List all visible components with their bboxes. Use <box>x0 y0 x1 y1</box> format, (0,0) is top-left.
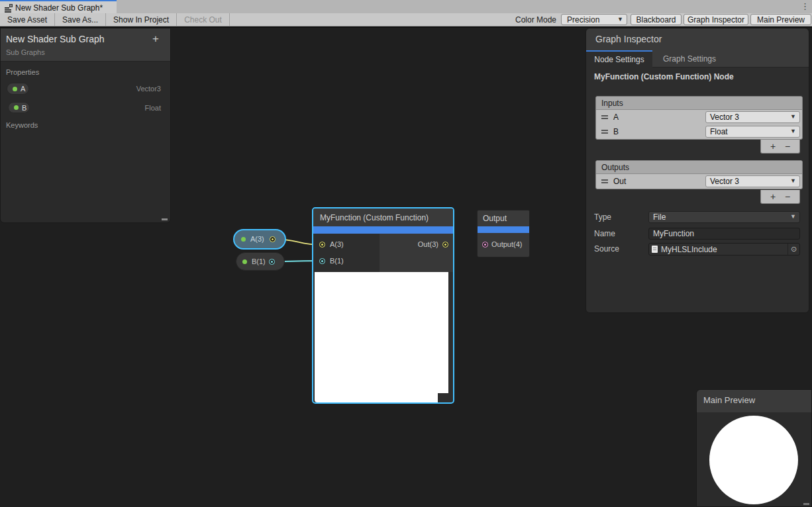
port-vector3-icon[interactable] <box>270 236 276 242</box>
source-label: Source <box>594 244 619 254</box>
add-output-button[interactable]: + <box>770 192 776 201</box>
inputs-row-a[interactable]: A Vector 3 ▼ <box>596 110 802 124</box>
save-asset-button[interactable]: Save Asset <box>0 13 55 26</box>
property-node-b[interactable]: B(1) <box>236 252 285 271</box>
inputs-row-b[interactable]: B Float ▼ <box>596 124 802 139</box>
resize-handle[interactable] <box>803 503 809 505</box>
blackboard-subtitle: Sub Graphs <box>6 48 45 56</box>
main-preview-toggle-button[interactable]: Main Preview <box>750 14 811 25</box>
input-b-type-dropdown[interactable]: Float ▼ <box>705 126 800 138</box>
keywords-section-label: Keywords <box>6 121 38 129</box>
output-port-label: Output(4) <box>491 240 522 248</box>
name-field[interactable]: MyFunction <box>648 228 800 240</box>
check-out-button: Check Out <box>177 13 230 26</box>
property-type: Vector3 <box>136 85 161 93</box>
color-mode-dropdown[interactable]: Precision ▼ <box>561 14 627 25</box>
blackboard-panel: New Shader Sub Graph Sub Graphs + Proper… <box>0 28 171 223</box>
blackboard-toggle-button[interactable]: Blackboard <box>631 14 682 25</box>
drag-handle-icon[interactable] <box>601 130 608 134</box>
property-name: B <box>22 104 26 112</box>
graph-inspector-header[interactable]: Graph Inspector <box>586 28 809 50</box>
node-accent-bar <box>478 226 529 233</box>
tab-node-settings[interactable]: Node Settings <box>586 50 652 68</box>
property-node-label: B(1) <box>252 257 266 265</box>
object-picker-icon[interactable]: ⊙ <box>787 244 799 255</box>
node-port-area: A(3) B(1) Out(3) <box>313 234 453 272</box>
node-settings-heading: MyFunction (Custom Function) Node <box>594 72 734 81</box>
inputs-list-footer: + − <box>760 140 800 154</box>
outputs-list: Outputs Out Vector 3 ▼ <box>595 160 803 189</box>
shader-graph-icon <box>5 4 13 12</box>
remove-output-button[interactable]: − <box>785 192 790 201</box>
graph-inspector-title: Graph Inspector <box>595 34 662 44</box>
blackboard-property-a[interactable]: A <box>7 83 29 95</box>
main-preview-header[interactable]: Main Preview <box>697 390 811 412</box>
property-type: Float <box>145 104 161 112</box>
property-node-a[interactable]: A(3) <box>233 229 286 250</box>
property-node-label: A(3) <box>250 235 264 243</box>
node-title: Output <box>478 210 529 226</box>
input-port-a-icon[interactable] <box>319 242 325 248</box>
graph-inspector-toggle-button[interactable]: Graph Inspector <box>684 14 748 25</box>
drag-handle-icon[interactable] <box>601 115 608 119</box>
exposed-dot-icon <box>241 237 246 242</box>
source-object-field[interactable]: MyHLSLInclude ⊙ <box>648 243 800 255</box>
type-label: Type <box>594 212 611 222</box>
input-a-type-dropdown[interactable]: Vector 3 ▼ <box>705 111 800 123</box>
preview-resize-notch <box>438 393 448 402</box>
resize-handle[interactable] <box>162 218 168 220</box>
toolbar: Save Asset Save As... Show In Project Ch… <box>0 13 812 26</box>
graph-inspector-panel: Graph Inspector Node Settings Graph Sett… <box>585 28 809 313</box>
node-input-column: A(3) B(1) <box>313 234 380 272</box>
save-as-button[interactable]: Save As... <box>55 13 106 26</box>
inputs-list: Inputs A Vector 3 ▼ B Float ▼ <box>595 96 803 140</box>
node-output-column: Out(3) <box>380 234 453 272</box>
chevron-down-icon: ▼ <box>790 128 796 134</box>
remove-input-button[interactable]: − <box>785 142 790 151</box>
tab-graph-settings[interactable]: Graph Settings <box>652 50 727 68</box>
chevron-down-icon: ▼ <box>617 16 623 23</box>
input-port-a-label: A(3) <box>330 240 344 248</box>
blackboard-title: New Shader Sub Graph <box>6 34 105 44</box>
exposed-dot-icon <box>14 105 19 110</box>
outputs-list-header: Outputs <box>596 161 802 174</box>
blackboard-header[interactable]: New Shader Sub Graph Sub Graphs + <box>1 28 170 62</box>
output-name: Out <box>613 177 626 186</box>
shader-preview-sphere[interactable] <box>709 416 798 504</box>
properties-section-label: Properties <box>6 68 39 76</box>
name-label: Name <box>594 229 615 238</box>
show-in-project-button[interactable]: Show In Project <box>106 13 177 26</box>
kebab-menu-icon[interactable]: ⋮ <box>801 1 809 11</box>
input-port-b-icon[interactable] <box>319 258 325 264</box>
inputs-list-header: Inputs <box>596 97 802 110</box>
input-name: A <box>613 113 619 122</box>
output-port-icon[interactable] <box>482 242 488 248</box>
blackboard-property-b[interactable]: B <box>8 102 30 113</box>
output-port-out-icon[interactable] <box>442 242 448 248</box>
input-b-type-value: Float <box>710 127 728 136</box>
drag-handle-icon[interactable] <box>601 179 608 183</box>
add-input-button[interactable]: + <box>770 142 776 151</box>
exposed-dot-icon <box>13 87 17 91</box>
main-preview-title: Main Preview <box>703 395 755 405</box>
output-node[interactable]: Output Output(4) <box>477 210 530 257</box>
output-type-dropdown[interactable]: Vector 3 ▼ <box>705 175 800 187</box>
chevron-down-icon: ▼ <box>790 213 796 220</box>
type-value: File <box>653 212 666 222</box>
toolbar-left-group: Save Asset Save As... Show In Project Ch… <box>0 13 230 26</box>
output-port-out-label: Out(3) <box>418 240 438 248</box>
chevron-down-icon: ▼ <box>790 177 796 184</box>
outputs-list-footer: + − <box>760 190 800 204</box>
document-tab[interactable]: New Shader Sub Graph* <box>0 0 117 13</box>
input-a-type-value: Vector 3 <box>710 113 739 122</box>
node-preview[interactable] <box>315 272 448 402</box>
add-property-button[interactable]: + <box>149 32 162 46</box>
input-port-b-label: B(1) <box>330 257 344 265</box>
exposed-dot-icon <box>242 259 247 264</box>
outputs-row-out[interactable]: Out Vector 3 ▼ <box>596 174 802 189</box>
custom-function-node[interactable]: MyFunction (Custom Function) A(3) B(1) O… <box>312 207 454 404</box>
input-name: B <box>613 127 619 136</box>
port-float-icon[interactable] <box>269 259 275 265</box>
file-icon <box>652 246 658 253</box>
type-dropdown[interactable]: File ▼ <box>648 211 800 223</box>
